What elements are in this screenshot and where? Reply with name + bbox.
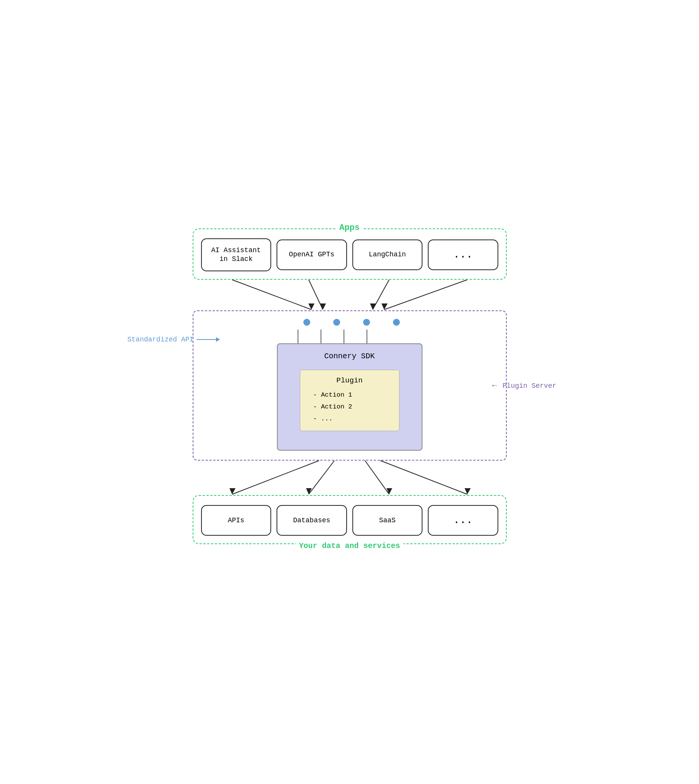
arrows-apps-to-sdk <box>193 280 507 311</box>
app-box-langchain: LangChain <box>352 239 423 270</box>
svg-line-6 <box>384 280 467 310</box>
plugin-action-2: - Action 2 <box>313 401 388 413</box>
svg-line-16 <box>365 460 389 494</box>
data-box-saas: SaaS <box>352 505 423 536</box>
dots-to-sdk-lines <box>277 329 422 343</box>
plugin-box: Plugin - Action 1 - Action 2 - ... <box>300 370 399 431</box>
app-box-openai-gpts: OpenAI GPTs <box>277 239 347 270</box>
svg-marker-5 <box>370 304 376 310</box>
app-box-ai-slack: AI Assistant in Slack <box>201 238 272 272</box>
svg-line-18 <box>380 460 467 494</box>
apps-label: Apps <box>336 223 363 233</box>
data-box-databases: Databases <box>277 505 347 536</box>
svg-line-14 <box>309 460 335 494</box>
data-services-row: APIs Databases SaaS ... <box>201 505 498 536</box>
plugin-action-3: - ... <box>313 413 388 425</box>
sdk-box: Connery SDK Plugin - Action 1 - Action 2… <box>277 343 422 451</box>
plugin-server-section: Connery SDK Plugin - Action 1 - Action 2… <box>193 311 507 460</box>
app-box-more-apps: ... <box>428 239 498 270</box>
svg-line-12 <box>232 460 319 494</box>
apps-section: Apps AI Assistant in Slack OpenAI GPTs L… <box>193 228 507 280</box>
dots-row <box>201 319 498 326</box>
data-box-apis: APIs <box>201 505 272 536</box>
diagram-container: Apps AI Assistant in Slack OpenAI GPTs L… <box>193 228 507 556</box>
api-dot-3 <box>363 319 370 326</box>
data-services-section: APIs Databases SaaS ... Your data and se… <box>193 495 507 544</box>
plugin-server-wrapper: Standardized API ← Plugin Server <box>193 311 507 460</box>
api-dot-2 <box>333 319 340 326</box>
data-box-more: ... <box>428 505 498 536</box>
api-dot-4 <box>393 319 400 326</box>
svg-line-0 <box>232 280 311 310</box>
plugin-action-1: - Action 1 <box>313 389 388 401</box>
apps-row: AI Assistant in Slack OpenAI GPTs LangCh… <box>201 238 498 272</box>
arrows-sdk-to-data <box>193 460 507 495</box>
api-dot-1 <box>303 319 310 326</box>
plugin-actions: - Action 1 - Action 2 - ... <box>312 389 388 425</box>
data-services-label: Your data and services <box>296 541 403 550</box>
sdk-title: Connery SDK <box>324 352 374 360</box>
plugin-title: Plugin <box>312 376 388 385</box>
